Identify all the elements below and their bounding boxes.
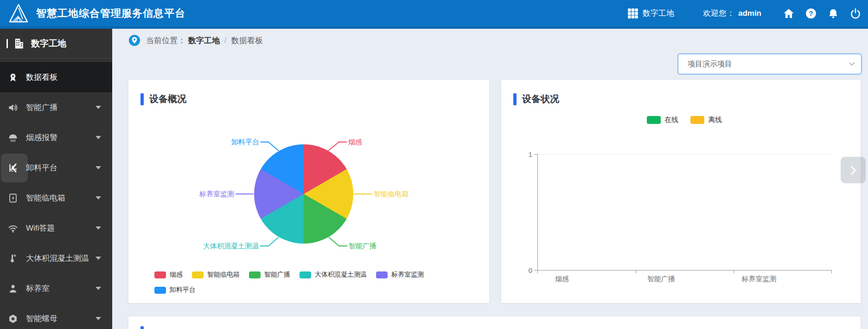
title-accent-bar <box>140 93 144 105</box>
legend-swatch <box>647 116 661 124</box>
sidebar-item-label: 标养室 <box>26 283 96 294</box>
breadcrumb-prefix: 当前位置： <box>146 35 185 46</box>
legend-swatch <box>154 271 166 278</box>
building-icon <box>13 37 26 50</box>
x-axis-label: 智能广播 <box>647 275 675 284</box>
legend-item[interactable]: 卸料平台 <box>154 286 196 294</box>
x-tick <box>831 270 832 273</box>
caret-down-icon <box>96 257 101 260</box>
home-icon[interactable] <box>783 7 795 19</box>
sidebar-item-label: Wifi答题 <box>26 223 96 233</box>
legend-item[interactable]: 智能广播 <box>249 271 290 279</box>
caret-down-icon <box>96 166 101 169</box>
caret-down-icon <box>96 106 101 109</box>
chevron-left-icon <box>10 162 19 174</box>
sidebar-item-9[interactable]: 智能螺母 <box>0 303 112 329</box>
sidebar-item-label: 大体积混凝土测温 <box>26 253 96 264</box>
legend-label: 标养室监测 <box>391 271 424 279</box>
wifi-icon <box>7 223 19 234</box>
smart-site-dashboard: 智慧工地综合管理服务信息平台 数字工地 欢迎您：admin ? <box>0 0 868 329</box>
platform-logo-icon <box>8 3 29 24</box>
x-tick <box>636 270 636 273</box>
sidebar-item-label: 数据看板 <box>26 72 112 83</box>
legend-label: 智能广播 <box>264 271 290 279</box>
sidebar-header-label: 数字工地 <box>31 38 66 50</box>
sidebar-collapse-button[interactable] <box>1 154 28 182</box>
sidebar-item-8[interactable]: 标养室 <box>0 273 112 303</box>
legend-swatch <box>192 271 204 278</box>
electric-box-icon <box>7 193 19 204</box>
title-accent-bar <box>140 326 144 329</box>
legend-swatch <box>300 271 311 278</box>
location-pin-icon <box>128 34 140 46</box>
breadcrumb: 当前位置： 数字工地 / 数据看板 <box>128 34 263 46</box>
dashboard-badge-icon <box>7 72 19 83</box>
breadcrumb-current: 数据看板 <box>231 35 263 46</box>
legend-item[interactable]: 大体积混凝土测温 <box>300 271 367 279</box>
y-axis-label-min: 0 <box>514 266 532 274</box>
card-title-label: 设备概况 <box>149 93 186 105</box>
pie-slice-label: 卸料平台 <box>231 138 259 147</box>
card-title-device-overview: 设备概况 <box>140 93 186 105</box>
sidebar-item-2[interactable]: 智能广播 <box>0 92 112 123</box>
device-status-card: 设备状况 <box>501 80 861 303</box>
apps-grid-icon <box>627 7 639 19</box>
legend-item[interactable]: 在线 <box>647 116 678 124</box>
sidebar-item-label: 智能临电箱 <box>26 193 96 203</box>
bar-chart-legend: 在线离线 <box>537 116 831 124</box>
person-icon <box>7 283 19 294</box>
legend-swatch <box>154 287 166 294</box>
title-accent-bar <box>513 93 517 105</box>
next-section-card-partial <box>128 316 861 329</box>
pie-slice-label: 标养室监测 <box>199 190 234 199</box>
sidebar-item-label: 卸料平台 <box>26 162 96 173</box>
app-switcher-button[interactable]: 数字工地 <box>627 7 674 19</box>
project-select[interactable]: 项目演示项目 <box>678 54 862 74</box>
pie-legend-row: 烟感智能临电箱智能广播大体积混凝土测温标养室监测 <box>154 271 424 279</box>
sidebar-item-3[interactable]: 烟感报警 <box>0 123 112 153</box>
sidebar-item-label: 烟感报警 <box>26 132 96 143</box>
legend-swatch <box>690 116 704 124</box>
welcome-text: 欢迎您：admin <box>703 8 761 19</box>
bell-icon[interactable] <box>827 7 839 19</box>
x-axis-label: 标养室监测 <box>742 275 777 284</box>
legend-label: 在线 <box>664 116 678 124</box>
welcome-label: 欢迎您： <box>703 9 734 18</box>
sidebar-item-label: 智能螺母 <box>26 313 96 324</box>
pie-slice-label: 智能临电箱 <box>374 190 408 199</box>
chevron-right-icon <box>849 165 858 176</box>
legend-swatch <box>376 271 388 278</box>
bar-chart-top-gridline <box>537 154 831 155</box>
speaker-icon <box>7 102 19 113</box>
project-select-value: 项目演示项目 <box>688 59 732 69</box>
page-title: 智慧工地综合管理服务信息平台 <box>36 6 185 20</box>
bar-chart-x-axis <box>537 270 832 271</box>
nut-icon <box>7 313 19 324</box>
device-overview-pie-chart[interactable] <box>254 144 353 244</box>
chevron-down-icon <box>848 60 855 68</box>
power-icon[interactable] <box>849 7 862 19</box>
legend-swatch <box>249 271 261 278</box>
sidebar-item-6[interactable]: Wifi答题 <box>0 213 112 243</box>
username: admin <box>738 9 761 18</box>
legend-item[interactable]: 智能临电箱 <box>192 271 240 279</box>
legend-item[interactable]: 烟感 <box>154 271 183 279</box>
legend-item[interactable]: 离线 <box>690 116 722 124</box>
sidebar-item-1[interactable]: 数据看板 <box>0 62 112 92</box>
carousel-next-button[interactable] <box>841 157 866 183</box>
sidebar-header-tick <box>6 39 8 48</box>
smoke-alarm-icon <box>7 132 19 143</box>
sidebar-item-7[interactable]: 大体积混凝土测温 <box>0 243 112 273</box>
app-switcher-label: 数字工地 <box>643 8 674 19</box>
pie-legend-row: 卸料平台 <box>154 286 196 294</box>
breadcrumb-root-link[interactable]: 数字工地 <box>188 35 220 46</box>
help-icon[interactable]: ? <box>805 7 817 19</box>
sidebar-item-5[interactable]: 智能临电箱 <box>0 183 112 213</box>
top-header-bar: 智慧工地综合管理服务信息平台 数字工地 欢迎您：admin ? <box>0 0 868 29</box>
x-axis-label: 烟感 <box>555 275 569 284</box>
pie-slice-label: 智能广播 <box>349 242 377 251</box>
sidebar-header: 数字工地 <box>0 29 112 58</box>
legend-label: 大体积混凝土测温 <box>315 271 367 279</box>
legend-item[interactable]: 标养室监测 <box>376 271 424 279</box>
caret-down-icon <box>96 196 101 200</box>
